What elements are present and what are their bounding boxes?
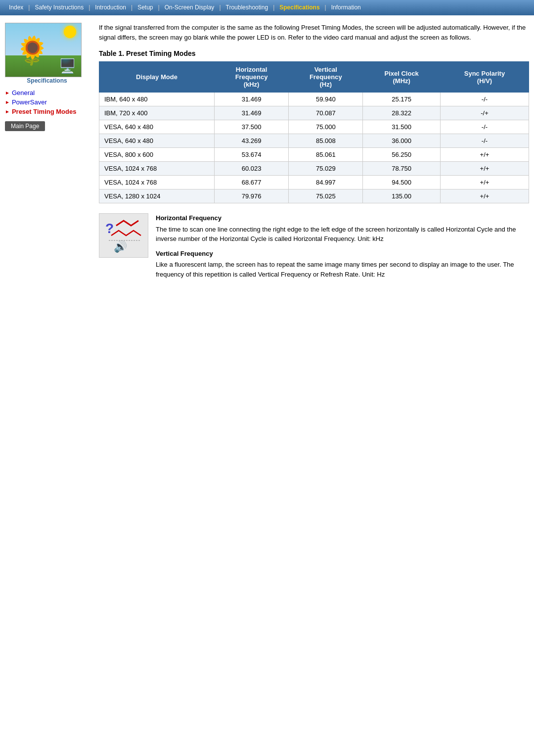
table-row: IBM, 720 x 40031.46970.08728.322-/+ [99,106,529,120]
arrow-icon: ► [5,99,10,105]
content-area: If the signal transferred from the compu… [94,23,529,284]
logo-monitor-icon: 🖥️ [59,58,76,74]
intro-paragraph: If the signal transferred from the compu… [99,23,529,42]
nav-safety[interactable]: Safety Instructions [31,2,88,12]
table-cell: 84.997 [289,176,363,189]
col-header-sync: Sync Polarity(H/V) [440,62,529,93]
nav-setup[interactable]: Setup [134,2,157,12]
table-cell: 94.500 [363,176,441,189]
nav-information[interactable]: Information [327,2,365,12]
svg-text:🔊: 🔊 [114,240,128,253]
table-cell: 68.677 [214,176,288,189]
table-cell: -/- [440,134,529,148]
arrow-icon-active: ► [5,109,10,114]
nav-sep-5: | [218,4,222,11]
table-cell: 31.500 [363,120,441,134]
table-row: VESA, 640 x 48043.26985.00836.000-/- [99,134,529,148]
nav-specifications[interactable]: Specifications [275,2,323,12]
nav-troubleshooting[interactable]: Troubleshooting [222,2,272,12]
table-title: Table 1. Preset Timing Modes [99,49,529,57]
table-cell: 43.269 [214,134,288,148]
table-cell: +/+ [440,189,529,203]
nav-sep-3: | [130,4,134,11]
main-page-button[interactable]: Main Page [5,121,45,131]
table-cell: 31.469 [214,93,288,106]
table-cell: -/- [440,120,529,134]
table-cell: 53.674 [214,148,288,162]
arrow-icon: ► [5,90,10,95]
col-header-h-freq: HorizontalFrequency(kHz) [214,62,288,93]
table-row: VESA, 1024 x 76868.67784.99794.500+/+ [99,176,529,189]
table-cell: 59.940 [289,93,363,106]
table-row: VESA, 1280 x 102479.97675.025135.00+/+ [99,189,529,203]
nav-sep-7: | [324,4,327,11]
table-cell: +/+ [440,148,529,162]
frequency-icon: ? 🔊 [99,213,148,258]
nav-sep-6: | [272,4,275,11]
table-cell: 78.750 [363,162,441,176]
table-cell: VESA, 1024 x 768 [99,176,215,189]
table-cell: -/- [440,93,529,106]
table-cell: 25.175 [363,93,441,106]
table-cell: 85.061 [289,148,363,162]
v-freq-heading: Vertical Frequency [156,249,529,259]
nav-introduction[interactable]: Introduction [91,2,130,12]
table-cell: 56.250 [363,148,441,162]
table-cell: +/+ [440,162,529,176]
svg-text:?: ? [105,221,114,236]
table-cell: IBM, 640 x 480 [99,93,215,106]
col-header-v-freq: VerticalFrequency(Hz) [289,62,363,93]
nav-sep-1: | [27,4,31,11]
table-row: VESA, 800 x 60053.67485.06156.250+/+ [99,148,529,162]
sidebar-label: Specifications [5,77,89,84]
table-cell: 37.500 [214,120,288,134]
sidebar: 🌻 🖥️ Specifications ► General ► PowerSav… [5,23,94,284]
table-cell: 75.029 [289,162,363,176]
info-text-block: Horizontal Frequency The time to scan on… [156,213,529,284]
nav-bar: Index | Safety Instructions | Introducti… [0,0,534,15]
table-cell: +/+ [440,176,529,189]
table-cell: 60.023 [214,162,288,176]
table-row: VESA, 640 x 48037.50075.00031.500-/- [99,120,529,134]
table-cell: VESA, 640 x 480 [99,120,215,134]
h-freq-text: The time to scan one line connecting the… [156,225,529,244]
sidebar-item-powersaver[interactable]: ► PowerSaver [5,98,89,106]
table-row: IBM, 640 x 48031.46959.94025.175-/- [99,93,529,106]
info-section: ? 🔊 Horizontal Frequency The time to sca… [99,213,529,284]
table-row: VESA, 1024 x 76860.02375.02978.750+/+ [99,162,529,176]
logo-sun [64,26,76,38]
nav-osd[interactable]: On-Screen Display [161,2,219,12]
timing-table: Display Mode HorizontalFrequency(kHz) Ve… [99,61,529,203]
wave-svg: ? 🔊 [101,216,146,255]
table-cell: VESA, 1280 x 1024 [99,189,215,203]
table-cell: VESA, 1024 x 768 [99,162,215,176]
col-header-display-mode: Display Mode [99,62,215,93]
v-freq-text: Like a fluorescent lamp, the screen has … [156,260,529,279]
table-cell: 75.000 [289,120,363,134]
table-cell: 79.976 [214,189,288,203]
col-header-pixel-clock: Pixel Clock(MHz) [363,62,441,93]
table-cell: 70.087 [289,106,363,120]
logo-flower-icon: 🌻 [15,35,49,67]
table-cell: VESA, 800 x 600 [99,148,215,162]
table-cell: -/+ [440,106,529,120]
sidebar-logo: 🌻 🖥️ [5,23,82,77]
sidebar-nav: ► General ► PowerSaver ► Preset Timing M… [5,89,89,115]
table-cell: 85.008 [289,134,363,148]
table-cell: IBM, 720 x 400 [99,106,215,120]
nav-index[interactable]: Index [5,2,27,12]
table-cell: 36.000 [363,134,441,148]
table-cell: VESA, 640 x 480 [99,134,215,148]
table-cell: 28.322 [363,106,441,120]
table-cell: 75.025 [289,189,363,203]
h-freq-heading: Horizontal Frequency [156,213,529,223]
nav-sep-2: | [88,4,91,11]
sidebar-item-preset-timing[interactable]: ► Preset Timing Modes [5,108,89,115]
table-cell: 135.00 [363,189,441,203]
nav-sep-4: | [157,4,161,11]
main-layout: 🌻 🖥️ Specifications ► General ► PowerSav… [0,15,534,291]
table-cell: 31.469 [214,106,288,120]
sidebar-item-general[interactable]: ► General [5,89,89,96]
